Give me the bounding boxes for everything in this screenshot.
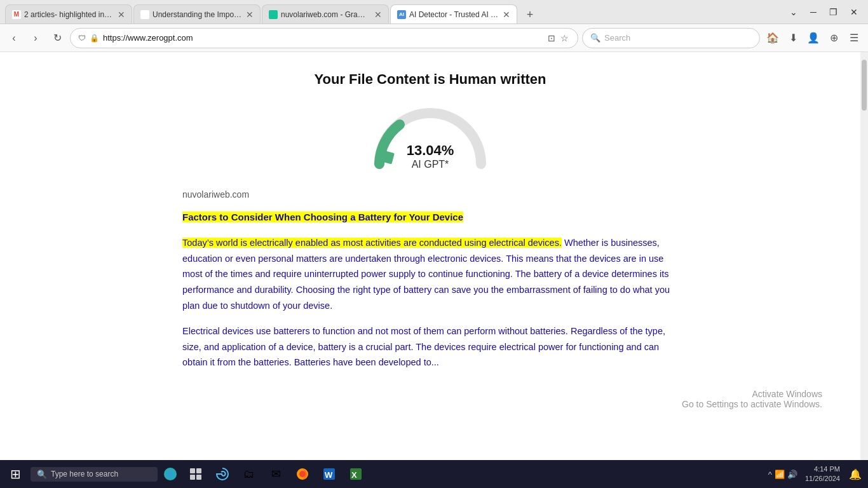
system-icons: ^ 📶 🔊 bbox=[768, 470, 797, 479]
article-heading: Factors to Consider When Choosing a Batt… bbox=[182, 212, 463, 222]
back-button[interactable]: ‹ bbox=[5, 29, 23, 47]
notification-icon: 🔔 bbox=[849, 468, 862, 480]
paragraph-2-normal: Electrical devices use batterers to func… bbox=[182, 326, 665, 367]
url-bar[interactable]: 🛡 🔒 https://www.zerogpt.com ⊡ ☆ bbox=[70, 28, 578, 48]
tab-grammarly-close[interactable]: ✕ bbox=[374, 10, 382, 20]
understanding-favicon bbox=[140, 10, 149, 19]
tab-bar: M 2 articles- highlighted in blue - ✕ Un… bbox=[5, 0, 780, 24]
clock-time: 4:14 PM bbox=[805, 464, 840, 474]
minimize-button[interactable]: ─ bbox=[805, 4, 822, 20]
content-area: Your File Content is Human written bbox=[0, 52, 868, 460]
tab-gmail-title: 2 articles- highlighted in blue - bbox=[24, 10, 114, 19]
tab-gmail-close[interactable]: ✕ bbox=[118, 10, 125, 20]
paragraph-2: Electrical devices use batterers to func… bbox=[182, 323, 678, 370]
start-button[interactable]: ⊞ bbox=[3, 461, 28, 487]
taskbar-system: ^ 📶 🔊 4:14 PM 11/26/2024 🔔 bbox=[768, 464, 865, 484]
svg-text:X: X bbox=[351, 470, 357, 480]
network-icon[interactable]: 📶 bbox=[775, 470, 785, 479]
extensions-button[interactable]: ⊕ bbox=[825, 29, 843, 47]
account-button[interactable]: 👤 bbox=[804, 29, 822, 47]
search-bar[interactable]: 🔍 Search bbox=[582, 28, 760, 48]
clock-date: 11/26/2024 bbox=[805, 474, 840, 484]
tab-grammarly-title: nuvolariweb.com - Grammarly bbox=[281, 10, 370, 19]
taskbar-app-taskview[interactable] bbox=[183, 461, 208, 487]
svg-rect-4 bbox=[196, 475, 201, 480]
reload-button[interactable]: ↻ bbox=[48, 29, 66, 47]
taskbar-app-mail[interactable]: ✉ bbox=[263, 461, 288, 487]
tab-understanding-title: Understanding the Importance bbox=[153, 10, 242, 19]
taskbar-app-firefox[interactable] bbox=[290, 461, 315, 487]
url-bar-actions: ⊡ ☆ bbox=[546, 32, 570, 44]
taskbar-apps: 🗂 ✉ W X bbox=[183, 461, 766, 487]
cortana-icon bbox=[164, 468, 177, 480]
source-text: nuvolariweb.com bbox=[182, 189, 678, 200]
pocket-button[interactable]: 🏠 bbox=[764, 29, 782, 47]
scrollbar-thumb[interactable] bbox=[862, 60, 867, 111]
download-button[interactable]: ⬇ bbox=[784, 29, 802, 47]
forward-button[interactable]: › bbox=[27, 29, 44, 47]
new-tab-button[interactable]: + bbox=[521, 6, 539, 24]
title-bar-controls: ⌄ ─ ❐ ✕ bbox=[785, 4, 863, 20]
lock-icon: 🔒 bbox=[90, 34, 99, 43]
excel-icon: X bbox=[349, 467, 363, 481]
tab-understanding[interactable]: Understanding the Importance ✕ bbox=[133, 4, 261, 24]
shield-icon: 🛡 bbox=[78, 34, 86, 43]
taskbar-clock[interactable]: 4:14 PM 11/26/2024 bbox=[801, 464, 844, 484]
url-text: https://www.zerogpt.com bbox=[103, 33, 543, 43]
tab-gmail[interactable]: M 2 articles- highlighted in blue - ✕ bbox=[5, 4, 132, 24]
paragraph-1-text: Today’s world is electrically enabled as… bbox=[182, 235, 678, 313]
page-content: Your File Content is Human written bbox=[0, 52, 860, 460]
gauge-percent: 13.04% bbox=[407, 142, 454, 159]
bookmark-button[interactable]: ☆ bbox=[559, 32, 570, 44]
scrollbar[interactable] bbox=[860, 52, 868, 460]
tab-grammarly[interactable]: nuvolariweb.com - Grammarly ✕ bbox=[262, 4, 389, 24]
tab-aidetector-close[interactable]: ✕ bbox=[503, 10, 510, 20]
paragraph-1: Today’s world is electrically enabled as… bbox=[182, 235, 678, 313]
notification-button[interactable]: 🔔 bbox=[848, 466, 863, 482]
gmail-favicon: M bbox=[12, 10, 21, 19]
explorer-icon: 🗂 bbox=[243, 468, 255, 481]
taskview-icon bbox=[189, 468, 202, 480]
word-icon: W bbox=[322, 467, 336, 481]
article-heading-block: Factors to Consider When Choosing a Batt… bbox=[182, 210, 678, 225]
maximize-button[interactable]: ❐ bbox=[824, 4, 843, 20]
chevron-up-icon[interactable]: ^ bbox=[768, 470, 772, 479]
gauge-aigpt: AI GPT* bbox=[407, 159, 454, 170]
cortana-button[interactable] bbox=[160, 464, 180, 484]
volume-icon[interactable]: 🔊 bbox=[787, 470, 797, 479]
reader-view-button[interactable]: ⊡ bbox=[546, 32, 557, 44]
gauge-label: 13.04% AI GPT* bbox=[407, 142, 454, 170]
taskbar-app-excel[interactable]: X bbox=[343, 461, 369, 487]
close-button[interactable]: ✕ bbox=[845, 4, 863, 20]
firefox-icon bbox=[295, 467, 309, 481]
taskbar-app-word[interactable]: W bbox=[316, 461, 342, 487]
tab-list-button[interactable]: ⌄ bbox=[785, 4, 803, 20]
paragraph-1-highlighted: Today’s world is electrically enabled as… bbox=[182, 238, 562, 248]
windows-icon: ⊞ bbox=[10, 466, 21, 482]
taskbar-app-explorer[interactable]: 🗂 bbox=[236, 461, 262, 487]
tab-understanding-close[interactable]: ✕ bbox=[246, 10, 254, 20]
search-icon: 🔍 bbox=[590, 33, 600, 43]
nav-bar: ‹ › ↻ 🛡 🔒 https://www.zerogpt.com ⊡ ☆ 🔍 … bbox=[0, 24, 868, 52]
grammarly-favicon bbox=[269, 10, 278, 19]
activate-windows-overlay: Activate Windows Go to Settings to activ… bbox=[682, 389, 822, 409]
page-inner: Your File Content is Human written bbox=[182, 71, 678, 370]
activate-line2: Go to Settings to activate Windows. bbox=[682, 399, 822, 409]
taskbar-search-text: Type here to search bbox=[51, 470, 118, 478]
taskbar-app-edge[interactable] bbox=[210, 461, 235, 487]
activate-line1: Activate Windows bbox=[682, 389, 822, 399]
taskbar: ⊞ 🔍 Type here to search 🗂 ✉ bbox=[0, 460, 868, 488]
tab-aidetector[interactable]: AI AI Detector - Trusted AI Checke ✕ bbox=[390, 4, 517, 24]
svg-text:W: W bbox=[325, 470, 333, 480]
nav-right-buttons: 🏠 ⬇ 👤 ⊕ ☰ bbox=[764, 29, 863, 47]
browser-window: M 2 articles- highlighted in blue - ✕ Un… bbox=[0, 0, 868, 488]
gauge-container: 13.04% AI GPT* bbox=[182, 100, 678, 170]
title-bar: M 2 articles- highlighted in blue - ✕ Un… bbox=[0, 0, 868, 24]
mail-icon: ✉ bbox=[271, 467, 281, 481]
taskbar-search[interactable]: 🔍 Type here to search bbox=[31, 467, 158, 482]
svg-rect-2 bbox=[196, 468, 201, 473]
aidetector-favicon: AI bbox=[397, 10, 406, 19]
menu-button[interactable]: ☰ bbox=[845, 29, 863, 47]
taskbar-search-icon: 🔍 bbox=[37, 470, 47, 479]
gauge-wrapper: 13.04% AI GPT* bbox=[367, 100, 494, 170]
